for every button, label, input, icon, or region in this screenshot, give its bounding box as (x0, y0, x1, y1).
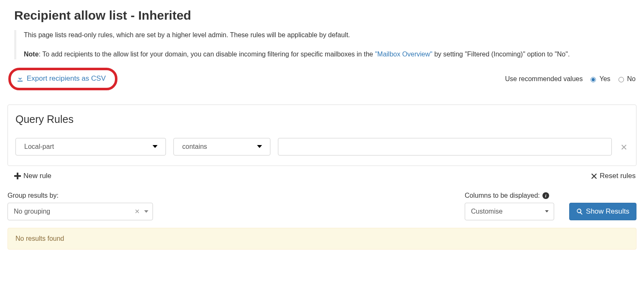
new-rule-button[interactable]: New rule (14, 172, 51, 180)
export-label: Export recipients as CSV (27, 74, 106, 83)
close-icon (621, 144, 627, 150)
query-rules-title: Query Rules (15, 113, 629, 125)
rule-value-input[interactable] (278, 138, 612, 156)
no-results-alert: No results found (8, 228, 636, 250)
export-highlight: Export recipients as CSV (8, 68, 117, 90)
reset-rules-label: Reset rules (600, 172, 636, 180)
search-icon (576, 208, 583, 215)
chevron-down-icon (152, 143, 158, 150)
note-label: Note (24, 51, 39, 58)
recommended-yes-option[interactable]: Yes (588, 75, 610, 83)
info-icon[interactable]: i (542, 192, 549, 199)
yes-text: Yes (599, 75, 610, 83)
no-text: No (627, 75, 636, 83)
close-icon (591, 173, 597, 179)
download-icon (17, 75, 23, 82)
export-recipients-link[interactable]: Export recipients as CSV (17, 74, 106, 83)
mailbox-overview-link[interactable]: "Mailbox Overview" (375, 51, 433, 58)
recommended-yes-radio[interactable] (591, 77, 596, 82)
operator-select-value: contains (182, 143, 207, 150)
recommended-no-radio[interactable] (619, 77, 624, 82)
show-results-button[interactable]: Show Results (569, 203, 636, 220)
recommended-no-option[interactable]: No (616, 75, 636, 83)
intro-text: This page lists read-only rules, which a… (24, 30, 636, 40)
show-results-label: Show Results (586, 207, 629, 216)
intro-block: This page lists read-only rules, which a… (14, 30, 636, 59)
group-results-select[interactable]: No grouping ✕ (8, 203, 153, 220)
columns-label: Columns to be displayed: (465, 192, 540, 199)
note-after: by setting "Filtered (Incoming)" option … (433, 51, 570, 58)
group-results-label: Group results by: (8, 192, 153, 199)
plus-icon (14, 173, 21, 179)
rule-row: Local-part contains (15, 138, 629, 156)
field-select-value: Local-part (24, 143, 54, 150)
recommended-label: Use recommended values (505, 75, 583, 83)
field-select[interactable]: Local-part (15, 138, 166, 156)
reset-rules-button[interactable]: Reset rules (591, 172, 636, 180)
chevron-down-icon (257, 143, 262, 150)
chevron-down-icon (144, 210, 148, 213)
recommended-values-group: Use recommended values Yes No (505, 75, 636, 83)
clear-group-icon[interactable]: ✕ (135, 208, 140, 215)
chevron-down-icon (545, 210, 549, 213)
new-rule-label: New rule (23, 172, 51, 180)
customise-select[interactable]: Customise (465, 203, 554, 220)
note-text: Note: To add recipients to the allow lis… (24, 49, 636, 59)
customise-value: Customise (471, 208, 503, 215)
columns-block: Columns to be displayed: i Customise (465, 192, 554, 220)
page-title: Recipient allow list - Inherited (14, 8, 636, 23)
group-results-value: No grouping (14, 208, 50, 215)
query-rules-panel: Query Rules Local-part contains (8, 105, 636, 166)
operator-select[interactable]: contains (173, 138, 270, 156)
remove-rule-button[interactable] (619, 142, 629, 152)
group-results-block: Group results by: No grouping ✕ (8, 192, 153, 220)
note-before: : To add recipients to the allow list fo… (39, 51, 375, 58)
